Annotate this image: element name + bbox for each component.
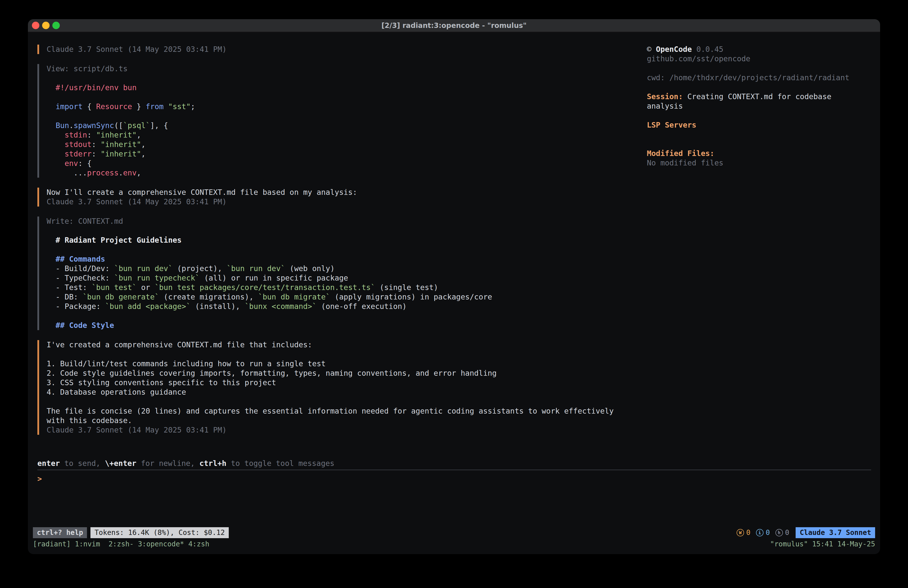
text-line — [47, 311, 647, 321]
input-separator — [37, 470, 871, 470]
text-line — [47, 350, 647, 359]
assistant-message-block: Now I'll create a comprehensive CONTEXT.… — [37, 188, 647, 206]
text-line: 2. Code style guidelines covering import… — [47, 369, 647, 378]
text-line: - Package: `bun add <package>` (install)… — [47, 302, 647, 311]
opencode-status-bar: ctrl+? help Tokens: 16.4K (8%), Cost: $0… — [28, 527, 880, 539]
message-editor: enter to send, \+enter for newline, ctrl… — [37, 459, 871, 483]
tool-view-code-block: View: script/db.ts #!/usr/bin/env bun im… — [37, 64, 647, 178]
text-line — [647, 139, 871, 149]
terminal-content: Claude 3.7 Sonnet (14 May 2025 03:41 PM)… — [28, 32, 880, 527]
assistant-summary-block: I've created a comprehensive CONTEXT.md … — [37, 340, 647, 435]
text-line: - DB: `bun db generate` (create migratio… — [47, 292, 647, 302]
minimize-button[interactable] — [42, 22, 50, 29]
text-line: LSP Servers — [647, 120, 871, 130]
text-line: Modified Files: — [647, 149, 871, 158]
text-line: # Radiant Project Guidelines — [47, 235, 647, 245]
diagnostic-hint-counter: h0 — [776, 529, 789, 536]
text-line: © OpenCode 0.0.45 — [647, 45, 871, 54]
text-line: Write: CONTEXT.md — [47, 216, 647, 226]
text-line — [47, 111, 647, 121]
diagnostic-count: 0 — [785, 529, 789, 536]
text-line: View: script/db.ts — [47, 64, 647, 74]
text-line: - TypeCheck: `bun run typecheck` (all) o… — [47, 273, 647, 283]
status-bar-right: W0i0h0 Claude 3.7 Sonnet — [737, 527, 875, 538]
text-line: Session: Creating CONTEXT.md for codebas… — [647, 92, 871, 101]
text-line: import { Resource } from "sst"; — [47, 102, 647, 111]
input-hint: enter to send, \+enter for newline, ctrl… — [37, 459, 871, 468]
diagnostic-warn-counter: W0 — [737, 529, 750, 536]
text-line: Claude 3.7 Sonnet (14 May 2025 03:41 PM) — [47, 425, 647, 435]
model-chip[interactable]: Claude 3.7 Sonnet — [795, 527, 875, 538]
text-line: - Test: `bun test` or `bun test packages… — [47, 283, 647, 292]
empty-space — [37, 483, 871, 527]
text-line: ## Commands — [47, 255, 647, 264]
text-line: #!/usr/bin/env bun — [47, 83, 647, 92]
prompt-input[interactable]: > — [37, 474, 871, 483]
tool-write-markdown-block: Write: CONTEXT.md # Radiant Project Guid… — [37, 216, 647, 330]
text-line — [47, 74, 647, 83]
text-line: 3. CSS styling conventions specific to t… — [47, 378, 647, 387]
text-line: stdin: "inherit", — [47, 130, 647, 140]
text-line: enter to send, \+enter for newline, ctrl… — [37, 459, 871, 468]
text-line: stderr: "inherit", — [47, 149, 647, 159]
text-line: I've created a comprehensive CONTEXT.md … — [47, 340, 647, 350]
text-line — [47, 245, 647, 255]
diagnostics-counters: W0i0h0 — [737, 529, 789, 536]
text-line — [47, 226, 647, 235]
text-line: with this codebase. — [47, 416, 647, 425]
text-line — [647, 64, 871, 73]
text-line: github.com/sst/opencode — [647, 54, 871, 64]
text-line: 4. Database operations guidance — [47, 387, 647, 397]
text-line: 1. Build/lint/test commands including ho… — [47, 359, 647, 369]
text-line: Now I'll create a comprehensive CONTEXT.… — [47, 188, 647, 197]
text-line: Claude 3.7 Sonnet (14 May 2025 03:41 PM) — [47, 45, 647, 54]
text-line: Bun.spawnSync([`psql`], { — [47, 121, 647, 130]
text-line: stdout: "inherit", — [47, 140, 647, 149]
assistant-header-block: Claude 3.7 Sonnet (14 May 2025 03:41 PM) — [37, 45, 647, 54]
text-line: analysis — [647, 101, 871, 111]
text-line: The file is concise (20 lines) and captu… — [47, 406, 647, 416]
text-line — [47, 92, 647, 102]
window-titlebar: [2/3] radiant:3:opencode - "romulus" — [28, 19, 880, 32]
text-line: ...process.env, — [47, 168, 647, 178]
window-title: [2/3] radiant:3:opencode - "romulus" — [382, 21, 527, 30]
tmux-session-info: "romulus" 15:41 14-May-25 — [770, 540, 875, 548]
text-line — [647, 111, 871, 120]
text-line: cwd: /home/thdxr/dev/projects/radiant/ra… — [647, 73, 871, 82]
text-line — [47, 397, 647, 406]
terminal-window: [2/3] radiant:3:opencode - "romulus" Cla… — [28, 19, 880, 554]
token-usage-chip: Tokens: 16.4K (8%), Cost: $0.12 — [90, 527, 229, 538]
traffic-lights — [32, 19, 60, 32]
text-line: ## Code Style — [47, 321, 647, 330]
diagnostic-info-counter: i0 — [756, 529, 770, 536]
text-line: Claude 3.7 Sonnet (14 May 2025 03:41 PM) — [47, 197, 647, 206]
text-line — [647, 82, 871, 92]
text-line: env: { — [47, 159, 647, 168]
chat-transcript: Claude 3.7 Sonnet (14 May 2025 03:41 PM)… — [37, 45, 647, 445]
text-line: No modified files — [647, 158, 871, 168]
prompt-indicator: > — [37, 474, 42, 483]
text-line — [647, 130, 871, 139]
text-line: - Build/Dev: `bun run dev` (project), `b… — [47, 264, 647, 273]
help-shortcut-chip[interactable]: ctrl+? help — [33, 527, 87, 538]
close-button[interactable] — [32, 22, 39, 29]
tmux-status-bar: [radiant] 1:nvim 2:zsh- 3:opencode* 4:zs… — [28, 539, 880, 549]
info-icon: i — [756, 529, 763, 536]
tmux-window-list[interactable]: [radiant] 1:nvim 2:zsh- 3:opencode* 4:zs… — [33, 540, 209, 548]
warn-icon: W — [737, 529, 744, 536]
hint-icon: h — [776, 529, 783, 536]
zoom-button[interactable] — [52, 22, 60, 29]
session-sidebar: © OpenCode 0.0.45github.com/sst/opencode… — [647, 45, 871, 168]
diagnostic-count: 0 — [766, 529, 770, 536]
diagnostic-count: 0 — [746, 529, 750, 536]
